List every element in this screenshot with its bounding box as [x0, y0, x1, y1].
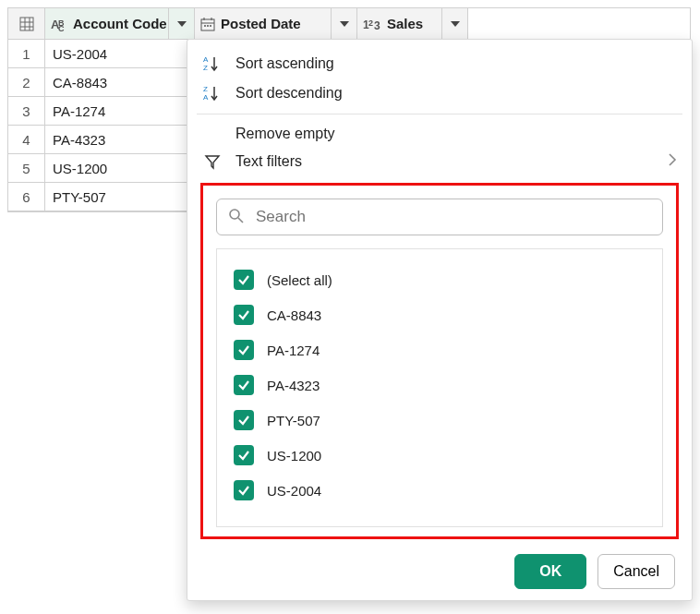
chevron-down-icon [340, 21, 349, 27]
sort-desc-icon: ZA [202, 84, 223, 102]
checkbox-checked[interactable] [234, 270, 254, 290]
ok-button[interactable]: OK [514, 554, 586, 589]
filter-value-item[interactable]: PA-4323 [230, 367, 649, 403]
svg-point-13 [207, 25, 209, 27]
cell-account-code[interactable]: PA-1274 [45, 97, 195, 126]
column-header-label: Sales [387, 16, 423, 31]
row-number[interactable]: 6 [8, 183, 45, 211]
check-icon [237, 414, 250, 427]
row-number[interactable]: 4 [8, 126, 45, 154]
column-header-label: Account Code [73, 16, 167, 31]
check-icon [237, 343, 250, 356]
column-header-label: Posted Date [221, 16, 301, 31]
checkbox-checked[interactable] [234, 480, 254, 500]
svg-point-14 [210, 25, 211, 27]
menu-sort-descending[interactable]: ZA Sort descending [187, 78, 692, 108]
filter-search[interactable] [216, 199, 663, 235]
menu-text-filters[interactable]: Text filters [187, 148, 692, 175]
menu-sort-ascending[interactable]: AZ Sort ascending [187, 49, 692, 78]
svg-text:Z: Z [203, 64, 208, 72]
text-type-icon: ABC [51, 17, 67, 31]
dialog-buttons: OK Cancel [187, 539, 692, 589]
filter-values-list: (Select all)CA-8843PA-1274PA-4323PTY-507… [216, 248, 663, 527]
number-type-icon: 123 [363, 17, 381, 31]
checkbox-checked[interactable] [234, 445, 254, 465]
filter-value-label: CA-8843 [267, 307, 321, 323]
menu-item-label: Sort ascending [235, 55, 334, 72]
cell-account-code[interactable]: PA-4323 [45, 126, 195, 154]
svg-point-24 [230, 210, 239, 219]
check-icon [237, 484, 250, 497]
filter-value-label: PA-1274 [267, 343, 320, 358]
row-number[interactable]: 5 [8, 154, 45, 183]
row-number[interactable]: 3 [8, 97, 45, 126]
check-icon [237, 449, 250, 462]
menu-remove-empty[interactable]: Remove empty [187, 120, 692, 148]
cell-account-code[interactable]: US-2004 [45, 40, 195, 68]
menu-item-label: Sort descending [235, 85, 343, 102]
cancel-button[interactable]: Cancel [597, 554, 675, 589]
menu-item-label: Remove empty [235, 126, 335, 142]
sort-asc-icon: AZ [202, 54, 223, 73]
column-filter-dropdown[interactable] [331, 8, 356, 39]
check-icon [237, 308, 250, 321]
column-filter-panel: AZ Sort ascending ZA Sort descending Rem… [187, 39, 693, 601]
table-icon [19, 17, 34, 31]
svg-text:Z: Z [203, 85, 208, 93]
row-number[interactable]: 2 [8, 68, 45, 97]
svg-text:A: A [203, 93, 209, 102]
header-row: ABC Account Code Posted Date 123 Sales [8, 8, 690, 40]
checkbox-checked[interactable] [234, 375, 254, 395]
filter-value-label: US-2004 [267, 483, 321, 499]
cell-account-code[interactable]: PTY-507 [45, 183, 195, 211]
filter-value-item[interactable]: CA-8843 [230, 297, 649, 332]
svg-text:C: C [58, 24, 65, 31]
filter-value-item[interactable]: US-1200 [230, 438, 649, 473]
date-type-icon [200, 17, 215, 31]
check-icon [237, 273, 250, 286]
filter-value-label: US-1200 [267, 448, 321, 464]
svg-text:3: 3 [374, 19, 380, 31]
filter-value-item[interactable]: PA-1274 [230, 332, 649, 367]
svg-text:A: A [203, 55, 209, 64]
filter-values-region: (Select all)CA-8843PA-1274PA-4323PTY-507… [200, 183, 679, 539]
chevron-right-icon [668, 153, 677, 170]
filter-value-item[interactable]: PTY-507 [230, 403, 649, 438]
svg-line-25 [238, 218, 243, 223]
filter-value-item[interactable]: US-2004 [230, 473, 649, 508]
filter-search-input[interactable] [254, 207, 651, 227]
menu-item-label: Text filters [235, 153, 302, 170]
column-filter-dropdown[interactable] [168, 8, 194, 39]
row-number[interactable]: 1 [8, 40, 45, 68]
select-all-corner[interactable] [8, 8, 45, 40]
column-filter-dropdown[interactable] [441, 8, 467, 39]
checkbox-checked[interactable] [234, 340, 254, 360]
menu-separator [197, 114, 682, 114]
svg-text:2: 2 [368, 18, 373, 28]
filter-value-label: PTY-507 [267, 413, 320, 428]
checkbox-checked[interactable] [234, 410, 254, 430]
funnel-icon [202, 153, 223, 170]
checkbox-checked[interactable] [234, 305, 254, 325]
search-icon [228, 208, 245, 227]
cell-account-code[interactable]: US-1200 [45, 154, 195, 183]
column-header-sales[interactable]: 123 Sales [357, 8, 468, 40]
svg-rect-0 [20, 18, 33, 30]
filter-value-item[interactable]: (Select all) [230, 262, 649, 297]
chevron-down-icon [451, 21, 460, 27]
chevron-down-icon [177, 21, 187, 27]
filter-value-label: PA-4323 [267, 378, 320, 393]
column-header-posted-date[interactable]: Posted Date [195, 8, 357, 40]
filter-value-label: (Select all) [267, 272, 332, 288]
check-icon [237, 379, 250, 391]
column-header-account-code[interactable]: ABC Account Code [45, 8, 195, 40]
cell-account-code[interactable]: CA-8843 [45, 68, 195, 97]
svg-point-12 [204, 25, 206, 27]
